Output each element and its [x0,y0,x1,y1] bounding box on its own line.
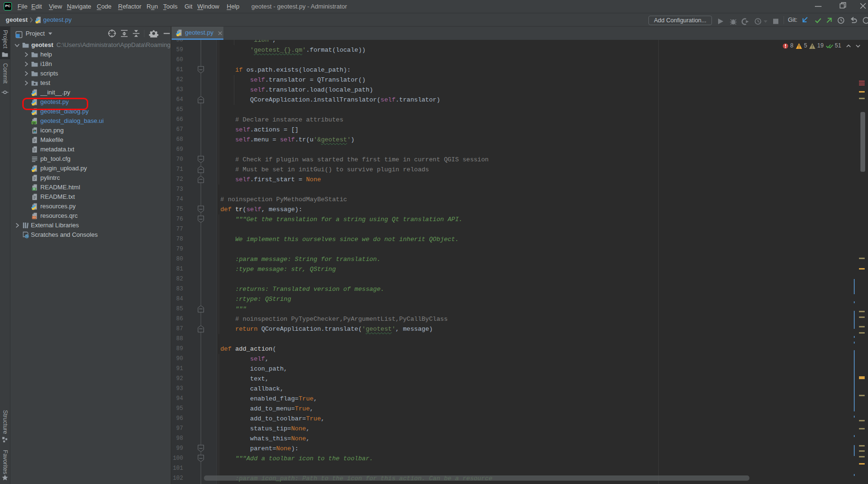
svg-text:H: H [33,187,35,190]
svg-text:<>: <> [33,216,36,219]
svg-text:Qt: Qt [32,121,36,124]
